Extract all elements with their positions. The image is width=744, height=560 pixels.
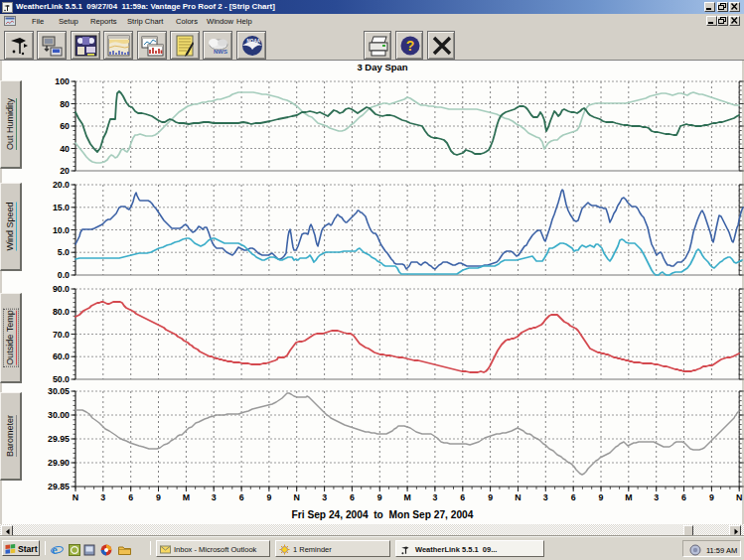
svg-text:90.0: 90.0 — [53, 284, 70, 294]
svg-text:40: 40 — [60, 144, 70, 154]
svg-text:29.95: 29.95 — [48, 434, 70, 444]
svg-text:9: 9 — [156, 492, 161, 502]
svg-text:M: M — [183, 492, 190, 502]
svg-text:30.00: 30.00 — [48, 410, 70, 420]
svg-text:80: 80 — [60, 99, 70, 109]
svg-text:6: 6 — [239, 492, 244, 502]
svg-text:3: 3 — [543, 492, 548, 502]
svg-text:10.0: 10.0 — [53, 225, 70, 235]
svg-text:20: 20 — [60, 166, 70, 176]
svg-text:3: 3 — [432, 492, 437, 502]
svg-text:15.0: 15.0 — [53, 203, 70, 212]
svg-text:60: 60 — [60, 121, 70, 131]
svg-text:3: 3 — [100, 492, 105, 502]
svg-text:6: 6 — [681, 492, 686, 502]
svg-text:5.0: 5.0 — [58, 247, 70, 257]
svg-text:9: 9 — [599, 492, 604, 502]
svg-text:6: 6 — [460, 492, 465, 502]
svg-text:6: 6 — [571, 492, 576, 502]
svg-text:80.0: 80.0 — [53, 307, 70, 317]
svg-text:0.0: 0.0 — [58, 270, 70, 280]
svg-text:N: N — [515, 492, 521, 502]
svg-text:9: 9 — [377, 492, 382, 502]
svg-text:NOAA: NOAA — [246, 39, 260, 44]
svg-text:M: M — [403, 492, 410, 502]
svg-text:3: 3 — [212, 492, 217, 502]
svg-text:N: N — [736, 492, 742, 502]
svg-text:N: N — [294, 492, 300, 502]
svg-text:3: 3 — [322, 492, 327, 502]
svg-text:6: 6 — [350, 492, 355, 502]
svg-text:30.05: 30.05 — [48, 386, 70, 396]
svg-text:9: 9 — [266, 492, 271, 502]
svg-text:9: 9 — [709, 492, 714, 502]
svg-text:50.0: 50.0 — [53, 374, 70, 384]
svg-text:e: e — [52, 543, 58, 556]
svg-text:?: ? — [406, 38, 415, 54]
svg-text:M: M — [625, 492, 632, 502]
svg-text:29.90: 29.90 — [48, 458, 70, 468]
svg-text:70.0: 70.0 — [53, 330, 70, 340]
svg-text:20.0: 20.0 — [53, 180, 70, 190]
svg-text:NWS: NWS — [214, 49, 227, 55]
svg-text:9: 9 — [488, 492, 493, 502]
svg-text:N: N — [73, 492, 78, 502]
svg-text:60.0: 60.0 — [53, 351, 70, 361]
svg-text:100: 100 — [55, 76, 70, 86]
svg-text:6: 6 — [128, 492, 133, 502]
svg-text:3: 3 — [654, 492, 659, 502]
svg-text:3 Day Span: 3 Day Span — [357, 62, 407, 72]
svg-text:29.85: 29.85 — [48, 482, 70, 491]
svg-text:Fri Sep 24, 2004 to Mon Sep: Fri Sep 24, 2004 to Mon Sep 27, 2004 — [292, 509, 474, 520]
